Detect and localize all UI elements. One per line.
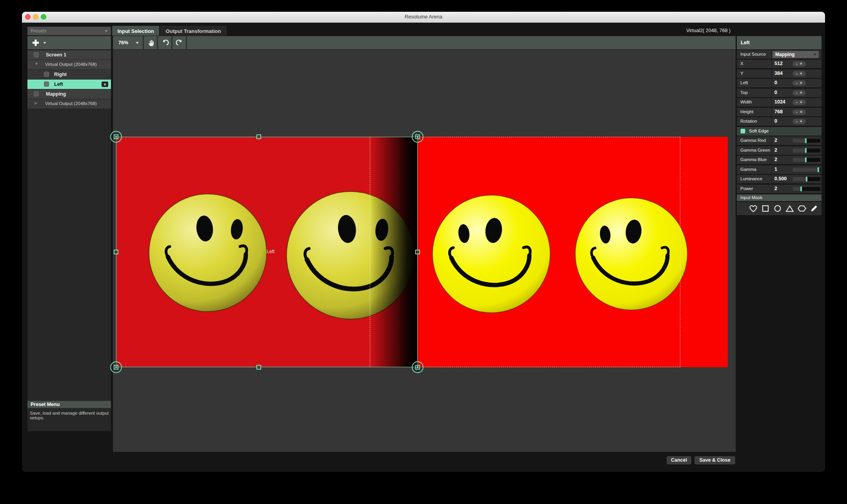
square-mask-icon[interactable]	[761, 204, 770, 213]
property-label: Width	[740, 100, 752, 104]
plus-button[interactable]: +	[799, 119, 803, 123]
property-row-power: Power 2	[737, 185, 822, 193]
tree-item-right-slice[interactable]: Right	[27, 70, 111, 79]
property-row-y: Y 384 -+	[737, 69, 822, 78]
input-source-dropdown[interactable]: Mapping	[772, 51, 819, 58]
plus-button[interactable]: +	[799, 90, 803, 95]
pan-tool-button[interactable]	[144, 36, 158, 49]
property-label: Top	[740, 90, 748, 95]
undo-button[interactable]	[158, 36, 173, 49]
property-value[interactable]: 1	[774, 167, 777, 172]
property-value[interactable]: 0	[774, 80, 777, 85]
selection-handle-left-mid[interactable]	[114, 250, 118, 254]
stepper[interactable]: -+	[792, 109, 806, 115]
selection-handle-right-mid[interactable]	[415, 250, 420, 254]
property-label: Power	[740, 186, 753, 191]
property-value[interactable]: 768	[774, 109, 783, 114]
save-and-close-button[interactable]: Save & Close	[694, 456, 735, 464]
property-value[interactable]: 2	[774, 157, 777, 162]
plus-button[interactable]: +	[799, 80, 803, 85]
power-slider[interactable]	[793, 187, 820, 191]
checkbox[interactable]	[34, 52, 39, 57]
minus-button[interactable]: -	[795, 119, 799, 123]
property-label: Gamma Blue	[740, 157, 767, 162]
selection-handle-bottom-left[interactable]	[110, 361, 122, 373]
triangle-mask-icon[interactable]	[785, 204, 794, 213]
minus-button[interactable]: -	[795, 100, 799, 104]
property-row-gamma-blue: Gamma Blue 2	[737, 156, 822, 164]
title-bar[interactable]: Resolume Arena	[22, 12, 825, 23]
stepper[interactable]: -+	[792, 119, 806, 124]
circle-mask-icon[interactable]	[773, 204, 782, 213]
property-value[interactable]: 512	[774, 61, 783, 66]
gamma-blue-slider[interactable]	[793, 158, 820, 162]
luminance-slider[interactable]	[793, 177, 820, 181]
property-label: Soft Edge	[749, 129, 769, 133]
gamma-green-slider[interactable]	[793, 149, 820, 152]
minus-button[interactable]: -	[795, 61, 799, 66]
property-label: Input Source	[740, 52, 766, 56]
selection-handle-top-left[interactable]	[110, 131, 122, 143]
stepper[interactable]: -+	[792, 71, 806, 76]
zoom-level-dropdown[interactable]: 76%	[113, 36, 144, 49]
minus-button[interactable]: -	[795, 90, 799, 95]
chevron-collapsed-icon[interactable]: ▶	[35, 101, 38, 105]
tree-item-left-slice-selected[interactable]: Left x	[27, 80, 111, 89]
stepper[interactable]: -+	[792, 80, 806, 86]
checkbox[interactable]	[44, 72, 49, 77]
remove-slice-button[interactable]: x	[102, 82, 108, 87]
checkbox[interactable]	[44, 82, 49, 87]
property-value[interactable]: 0.500	[774, 176, 787, 181]
hexagon-mask-icon[interactable]	[797, 204, 807, 213]
redo-button[interactable]	[173, 36, 187, 49]
minus-button[interactable]: -	[795, 71, 799, 76]
property-value[interactable]: 384	[774, 71, 783, 76]
output-mapping-canvas[interactable]: Left	[113, 50, 736, 452]
zoom-level-value: 76%	[118, 40, 128, 45]
selection-handle-top-right[interactable]	[412, 131, 424, 143]
tab-input-selection[interactable]: Input Selection	[112, 26, 159, 36]
selection-handle-bottom-mid[interactable]	[256, 365, 261, 370]
presets-dropdown[interactable]: Presets	[27, 27, 111, 35]
property-label: Gamma Green	[740, 148, 770, 152]
cancel-button[interactable]: Cancel	[667, 456, 691, 464]
minus-button[interactable]: -	[795, 80, 799, 85]
tree-item-virtual-output-2[interactable]: ▶ Virtual Output (2048x768)	[27, 99, 111, 109]
sidebar-toolbar	[27, 36, 111, 49]
tree-item-mapping[interactable]: Mapping	[27, 89, 111, 99]
stepper[interactable]: -+	[792, 100, 806, 105]
stepper[interactable]: -+	[792, 61, 806, 67]
selection-handle-top-mid[interactable]	[256, 134, 261, 139]
stepper[interactable]: -+	[792, 90, 806, 96]
tree-item-screen1[interactable]: Screen 1	[27, 50, 111, 60]
soft-edge-checkbox[interactable]	[740, 129, 745, 134]
input-source-value: Mapping	[775, 52, 794, 57]
property-value[interactable]: 2	[774, 186, 777, 191]
add-output-button[interactable]	[31, 38, 47, 47]
gamma-red-slider[interactable]	[793, 139, 820, 143]
property-label: Gamma Red	[740, 138, 766, 143]
gamma-slider[interactable]	[793, 168, 820, 172]
property-label: Luminance	[740, 176, 762, 181]
tab-output-transformation[interactable]: Output Transformation	[160, 26, 227, 36]
property-value[interactable]: 2	[774, 138, 777, 143]
property-row-rotation: Rotation 0 -+	[737, 117, 822, 126]
property-value[interactable]: 1024	[774, 99, 785, 105]
redo-icon	[176, 39, 184, 47]
slice-properties-header: Left	[737, 36, 822, 49]
plus-button[interactable]: +	[799, 100, 803, 104]
pen-mask-icon[interactable]	[809, 204, 819, 213]
plus-button[interactable]: +	[799, 109, 803, 114]
tree-item-virtual-output[interactable]: ▼ Virtual Output (2048x768)	[27, 60, 111, 69]
property-value[interactable]: 0	[774, 118, 777, 124]
property-value[interactable]: 2	[774, 147, 777, 153]
minus-button[interactable]: -	[795, 109, 799, 114]
plus-icon	[31, 38, 40, 47]
plus-button[interactable]: +	[799, 61, 803, 66]
plus-button[interactable]: +	[799, 71, 803, 76]
selection-handle-bottom-right[interactable]	[412, 361, 424, 373]
chevron-expanded-icon[interactable]: ▼	[35, 62, 38, 66]
property-value[interactable]: 0	[774, 90, 777, 95]
checkbox[interactable]	[34, 91, 39, 96]
heart-mask-icon[interactable]	[749, 204, 758, 213]
